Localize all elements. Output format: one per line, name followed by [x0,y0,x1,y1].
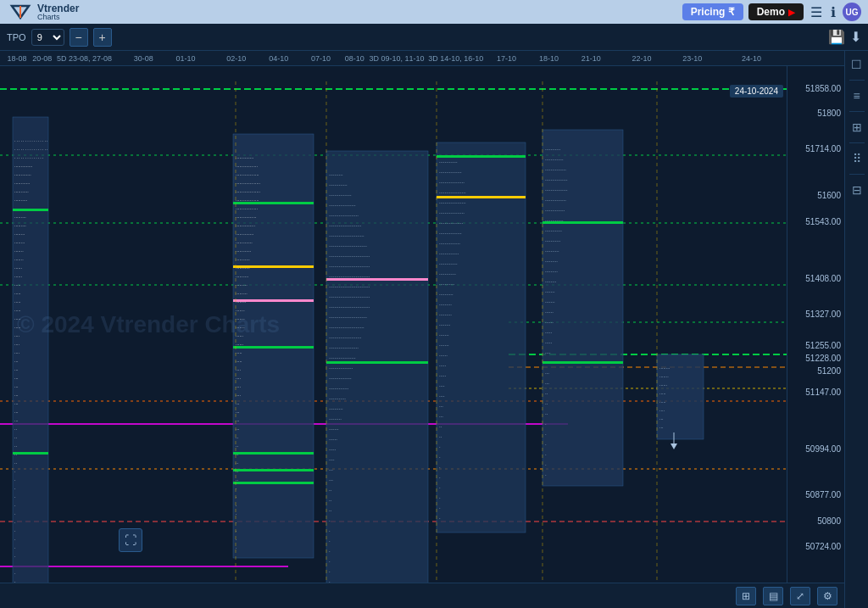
svg-text:·········: ········· [14,223,26,228]
time-label: 24-10 [742,54,761,63]
svg-text:···········: ··········· [545,147,561,152]
tpo-select[interactable]: 9 5 15 30 [31,29,64,46]
save-icon-button[interactable]: 💾 [828,29,845,45]
sidebar-icon-lines[interactable]: ≡ [849,87,865,104]
sidebar-icon-grid4[interactable]: ⊞ [849,119,865,136]
svg-text:················: ················ [545,187,568,192]
svg-text:··: ·· [545,391,548,396]
svg-text:··············: ·············· [14,155,44,160]
svg-text:··················: ·················· [236,172,259,177]
svg-text:············: ············ [14,181,31,186]
sidebar-icon-checkbox[interactable]: ☐ [849,56,865,73]
svg-text:················: ················ [329,376,352,381]
demo-label: Demo [757,6,785,18]
svg-text:··: ·· [439,424,442,429]
svg-text:·······················: ······················· [329,335,362,340]
top-navigation: Vtrender Charts Pricing ₹ Demo ▶ ☰ ℹ UG [0,0,868,24]
settings-button[interactable]: ⚙ [817,587,837,605]
svg-rect-125 [233,469,314,471]
svg-text:··············: ·············· [236,231,254,237]
svg-text:······: ······ [14,265,23,271]
pricing-button[interactable]: Pricing ₹ [682,3,743,20]
svg-text:·····: ····· [14,308,21,313]
time-label: 18-08 [7,54,26,63]
toolbar-right: 💾 ⬇ [828,29,861,45]
svg-text:················: ················ [236,215,257,220]
svg-text:····: ···· [329,457,335,462]
play-icon: ▶ [788,8,795,17]
toolbar: TPO 9 5 15 30 − + 💾 ⬇ [0,24,868,51]
svg-text:···: ··· [439,414,443,419]
svg-text:···: ··· [14,418,19,423]
svg-text:···········: ··········· [14,189,29,194]
svg-text:··: ·· [439,434,442,439]
svg-text:···················: ··················· [439,200,466,205]
svg-rect-170 [326,361,428,364]
svg-rect-123 [233,346,314,349]
svg-text:··: ·· [545,411,548,416]
svg-text:·················: ················· [439,220,464,226]
svg-text:·······: ······· [236,325,245,330]
svg-text:············: ············ [329,396,346,401]
grid4-button[interactable]: ⊞ [736,587,756,605]
sidebar-icon-dots[interactable]: ⠿ [849,150,865,167]
sidebar-icon-grid-small[interactable]: ⊟ [849,181,865,198]
plus-button[interactable]: + [93,28,112,47]
svg-text:··: ·· [329,498,332,503]
svg-text:·····: ····· [14,282,21,287]
demo-button[interactable]: Demo ▶ [748,3,804,20]
svg-rect-120 [233,202,314,204]
info-icon-button[interactable]: ℹ [829,3,837,22]
svg-text:··: ·· [329,488,332,493]
time-axis: 18-08 20-08 5D 23-08, 27-08 30-08 01-10 … [0,51,844,66]
svg-text:···················: ··················· [236,181,261,186]
svg-text:·····: ····· [14,325,21,330]
svg-text:···························: ··························· [329,315,367,320]
svg-text:··: ·· [14,427,18,432]
svg-text:·····························: ····························· [329,284,370,289]
time-label: 07-10 [311,54,331,63]
expand-button[interactable]: ⤢ [790,587,810,605]
svg-text:·············: ············· [329,182,348,187]
svg-text:·········: ········· [545,259,558,264]
svg-text:···: ··· [14,393,19,398]
price-51800: 51800 [817,108,841,117]
svg-text:····: ···· [236,367,242,372]
svg-text:·····: ····· [329,447,337,452]
svg-text:···········: ··········· [236,257,250,262]
svg-text:·················: ················· [236,164,258,169]
svg-text:······: ······ [236,333,244,338]
svg-text:·····: ····· [439,363,447,368]
svg-text:····: ···· [14,350,20,355]
svg-text:············: ············ [439,271,456,276]
user-badge[interactable]: UG [843,3,861,21]
svg-rect-126 [233,482,314,484]
svg-text:·····: ····· [439,373,447,378]
logo-vtrender: Vtrender [37,3,79,14]
menu-icon-button[interactable]: ☰ [809,3,824,22]
svg-text:···············: ··············· [545,167,566,172]
grid-lines-button[interactable]: ▤ [763,587,783,605]
svg-rect-70 [13,209,48,211]
time-label: 3D 14-10, 16-10 [428,54,483,63]
sidebar-divider [849,111,865,112]
svg-text:········: ········ [545,279,557,284]
bottom-bar: ⊞ ▤ ⤢ ⚙ [0,583,844,608]
price-51228: 51228.00 [805,354,841,363]
svg-text:····: ···· [439,393,445,399]
svg-text:·········: ········· [236,291,248,296]
right-sidebar: ☐ ≡ ⊞ ⠿ ⊟ [844,51,868,608]
time-label: 22-10 [632,54,651,63]
svg-text:··: ·· [236,435,239,440]
logo-area: Vtrender Charts [7,3,79,21]
price-50994: 50994.00 [805,443,841,453]
svg-text:··: ·· [14,435,18,440]
svg-text:·················: ················· [236,206,258,211]
download-icon-button[interactable]: ⬇ [850,29,861,45]
svg-text:···········: ··········· [439,282,455,287]
svg-text:················: ················ [545,177,568,182]
svg-text:·····················: ····················· [329,213,359,218]
zoom-button[interactable]: ⛶ [119,528,142,552]
minus-button[interactable]: − [70,28,88,47]
svg-text:···: ··· [14,410,19,415]
